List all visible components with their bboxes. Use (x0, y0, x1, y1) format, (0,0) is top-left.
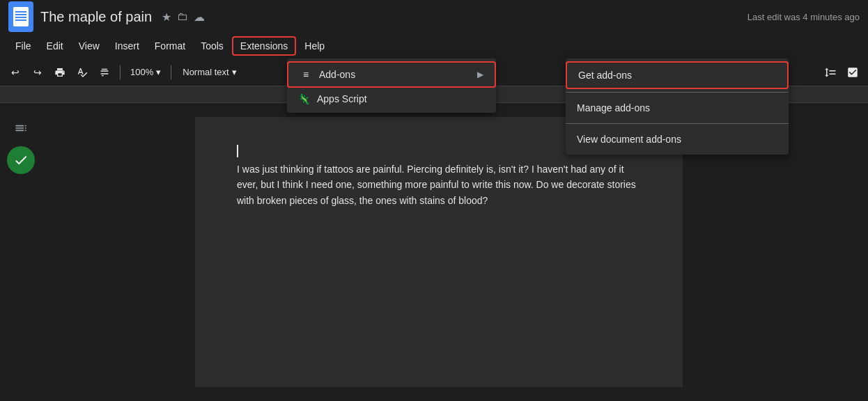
folder-icon[interactable]: 🗀 (177, 10, 188, 23)
get-add-ons-label: Get add-ons (578, 70, 632, 81)
check-circle-button[interactable] (7, 146, 35, 174)
menu-insert[interactable]: Insert (108, 38, 146, 54)
last-edit-text: Last edit was 4 minutes ago (747, 12, 860, 22)
checklist-button[interactable] (843, 63, 862, 82)
menu-format[interactable]: Format (148, 38, 192, 54)
zoom-arrow-icon: ▾ (156, 67, 161, 77)
sub-menu-divider-2 (566, 123, 789, 124)
menu-extensions[interactable]: Extensions (232, 36, 296, 56)
print-button[interactable] (50, 63, 70, 82)
apps-script-menu-item[interactable]: 🦎 Apps Script (287, 88, 496, 110)
style-selector[interactable]: Normal text ▾ (177, 63, 242, 82)
zoom-selector[interactable]: 100% ▾ (126, 65, 165, 79)
app-icon[interactable] (8, 1, 33, 32)
toolbar-right (821, 63, 862, 82)
add-ons-icon: ≡ (300, 68, 312, 81)
document-body-text: I was just thinking if tattoos are painf… (237, 162, 641, 208)
menu-file[interactable]: File (8, 38, 38, 54)
style-arrow-icon: ▾ (232, 67, 237, 77)
menu-tools[interactable]: Tools (194, 38, 231, 54)
apps-script-emoji: 🦎 (298, 93, 310, 104)
toolbar-sep-1 (120, 65, 121, 79)
view-document-add-ons-label: View document add-ons (577, 134, 681, 145)
undo-button[interactable]: ↩ (6, 63, 25, 82)
menu-help[interactable]: Help (297, 38, 332, 54)
add-ons-menu-item[interactable]: ≡ Add-ons ▶ (287, 61, 496, 88)
extensions-dropdown: ≡ Add-ons ▶ 🦎 Apps Script (287, 58, 496, 113)
spellcheck-button[interactable] (72, 63, 92, 82)
toolbar-sep-2 (171, 65, 171, 79)
left-sidebar (0, 103, 42, 401)
menu-bar: File Edit View Insert Format Tools Exten… (0, 33, 868, 58)
text-cursor (237, 145, 238, 157)
title-bar: The maple of pain ★ 🗀 ☁ Last edit was 4 … (0, 0, 868, 33)
document-page[interactable]: I was just thinking if tattoos are painf… (195, 117, 683, 387)
line-spacing-button[interactable] (821, 63, 840, 82)
view-document-add-ons-item[interactable]: View document add-ons (566, 127, 789, 152)
add-ons-label: Add-ons (319, 69, 355, 80)
zoom-value: 100% (130, 67, 153, 77)
menu-view[interactable]: View (72, 38, 107, 54)
right-sidebar (836, 103, 868, 401)
doc-title: The maple of pain (40, 9, 152, 25)
get-add-ons-item[interactable]: Get add-ons (566, 61, 789, 89)
style-value: Normal text (183, 67, 228, 77)
apps-script-label: Apps Script (317, 93, 367, 104)
redo-button[interactable]: ↪ (28, 63, 47, 82)
add-ons-submenu: Get add-ons Manage add-ons View document… (566, 58, 789, 155)
menu-edit[interactable]: Edit (40, 38, 70, 54)
add-ons-item-left: ≡ Add-ons (300, 68, 355, 81)
outline-button[interactable] (10, 117, 32, 139)
manage-add-ons-item[interactable]: Manage add-ons (566, 95, 789, 120)
submenu-arrow-icon: ▶ (477, 70, 483, 79)
title-icons: ★ 🗀 ☁ (162, 10, 205, 24)
paint-format-button[interactable] (95, 63, 114, 82)
star-icon[interactable]: ★ (162, 10, 171, 24)
cloud-icon[interactable]: ☁ (194, 10, 205, 24)
sub-menu-divider (566, 92, 789, 93)
manage-add-ons-label: Manage add-ons (577, 102, 650, 113)
